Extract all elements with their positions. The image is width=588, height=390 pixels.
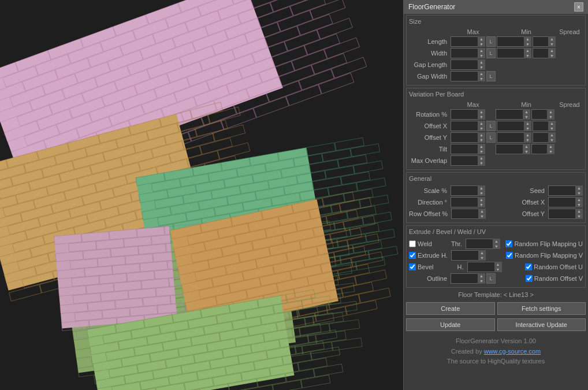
update-button[interactable]: Update	[406, 318, 495, 331]
tilt-min-spinner[interactable]: 0,0 ▲ ▼	[496, 144, 530, 154]
offsetx-min-spinner[interactable]: 0,0 ▲ ▼	[497, 121, 531, 131]
rowoffset-spinner[interactable]: 20,0 ▲ ▼	[451, 209, 486, 219]
outline-spinner[interactable]: 0,5 ▲ ▼	[451, 273, 485, 284]
offsetx-lock[interactable]: L	[486, 121, 496, 131]
offsetx-max-down[interactable]: ▼	[478, 126, 485, 131]
create-button[interactable]: Create	[406, 302, 495, 315]
seed-spinner[interactable]: 12345 ▲ ▼	[548, 185, 583, 196]
gap-width-down[interactable]: ▼	[478, 76, 485, 81]
random-flip-v-label[interactable]: Random Flip Mapping V	[506, 252, 583, 259]
offsety-spread-down[interactable]: ▼	[548, 138, 556, 143]
offsety-spread-up[interactable]: ▲	[548, 132, 556, 138]
width-min-up[interactable]: ▲	[524, 48, 531, 53]
offsetx-min-down[interactable]: ▼	[524, 126, 531, 131]
gap-width-up[interactable]: ▲	[478, 71, 485, 76]
rotation-max-spinner[interactable]: 0,0 ▲ ▼	[451, 109, 485, 120]
offsetx-max-up[interactable]: ▲	[478, 121, 485, 126]
max-overlap-down[interactable]: ▼	[478, 161, 485, 166]
bevel-spinner[interactable]: 0,5 ▲ ▼	[467, 262, 502, 272]
rowoffset-down[interactable]: ▼	[478, 214, 486, 219]
width-max-spinner[interactable]: 70,0 ▲ ▼	[451, 48, 485, 58]
offsetx-max-spinner[interactable]: 0,0 ▲ ▼	[451, 121, 485, 131]
offsety-spread-spinner[interactable]: 0,5 ▲ ▼	[533, 132, 556, 143]
bevel-checkbox[interactable]	[409, 263, 416, 270]
weld-down[interactable]: ▼	[493, 244, 500, 249]
width-min-down[interactable]: ▼	[524, 53, 531, 58]
gen-offsety-down[interactable]: ▼	[575, 214, 583, 219]
weld-checkbox[interactable]	[409, 240, 416, 247]
scale-up[interactable]: ▲	[478, 185, 485, 191]
extrude-checkbox[interactable]	[409, 252, 416, 259]
offsetx-min-up[interactable]: ▲	[524, 121, 531, 126]
length-spread-down[interactable]: ▼	[548, 42, 556, 47]
tilt-min-up[interactable]: ▲	[523, 144, 530, 149]
offsety-max-up[interactable]: ▲	[478, 132, 485, 138]
offsety-max-down[interactable]: ▼	[478, 138, 485, 143]
tilt-min-down[interactable]: ▼	[523, 149, 530, 154]
length-lock[interactable]: L	[486, 36, 496, 47]
gen-offsety-spinner[interactable]: 0,0 ▲ ▼	[548, 209, 583, 219]
gen-offsetx-up[interactable]: ▲	[575, 197, 583, 202]
tilt-spread-down[interactable]: ▼	[547, 149, 554, 154]
gen-offsety-up[interactable]: ▲	[575, 209, 583, 214]
seed-up[interactable]: ▲	[575, 185, 583, 191]
length-max-down[interactable]: ▼	[478, 42, 485, 47]
rotation-min-up[interactable]: ▲	[523, 109, 530, 114]
max-overlap-up[interactable]: ▲	[478, 155, 485, 161]
weld-checkbox-label[interactable]: Weld	[409, 240, 432, 247]
gap-length-up[interactable]: ▲	[478, 60, 485, 65]
extrude-down[interactable]: ▼	[478, 255, 486, 261]
outline-down[interactable]: ▼	[478, 278, 485, 284]
direction-spinner[interactable]: 0,0 ▲ ▼	[451, 197, 485, 207]
tilt-max-up[interactable]: ▲	[478, 144, 485, 149]
length-min-up[interactable]: ▲	[524, 36, 531, 42]
scale-spinner[interactable]: 30,0 ▲ ▼	[451, 185, 485, 196]
tilt-max-spinner[interactable]: 0,0 ▲ ▼	[451, 144, 485, 154]
width-spread-spinner[interactable]: 0,5 ▲ ▼	[533, 48, 556, 58]
random-flip-u-label[interactable]: Random Flip Mapping U	[505, 240, 583, 247]
width-max-up[interactable]: ▲	[478, 48, 485, 53]
bevel-up[interactable]: ▲	[494, 262, 502, 267]
fetch-button[interactable]: Fetch settings	[497, 302, 586, 315]
offsety-min-spinner[interactable]: 0,0 ▲ ▼	[497, 132, 531, 143]
rowoffset-up[interactable]: ▲	[478, 209, 486, 214]
offsetx-spread-down[interactable]: ▼	[548, 126, 556, 131]
extrude-spinner[interactable]: 1,0 ▲ ▼	[451, 250, 486, 261]
tilt-spread-up[interactable]: ▲	[547, 144, 554, 149]
length-min-spinner[interactable]: 1400,0 ▲ ▼	[497, 36, 531, 47]
random-offset-v-checkbox[interactable]	[526, 275, 533, 282]
rotation-spread-down[interactable]: ▼	[547, 114, 554, 120]
random-flip-v-checkbox[interactable]	[506, 252, 513, 259]
length-spread-up[interactable]: ▲	[548, 36, 556, 42]
offsety-max-spinner[interactable]: 0,0 ▲ ▼	[451, 132, 485, 143]
length-min-down[interactable]: ▼	[524, 42, 531, 47]
rotation-spread-up[interactable]: ▲	[547, 109, 554, 114]
gap-length-spinner[interactable]: 0,2 ▲ ▼	[451, 60, 485, 70]
outline-up[interactable]: ▲	[478, 273, 485, 278]
random-offset-u-label[interactable]: Random Offset U	[525, 263, 583, 270]
direction-up[interactable]: ▲	[478, 197, 485, 202]
extrude-up[interactable]: ▲	[478, 250, 486, 255]
offsety-min-down[interactable]: ▼	[524, 138, 531, 143]
random-flip-u-checkbox[interactable]	[505, 240, 512, 247]
bevel-down[interactable]: ▼	[494, 267, 502, 272]
rotation-spread-spinner[interactable]: 0,5 ▲ ▼	[531, 109, 554, 120]
bevel-checkbox-label[interactable]: Bevel	[409, 263, 434, 270]
length-max-spinner[interactable]: 1500,0 ▲ ▼	[451, 36, 485, 47]
width-spread-up[interactable]: ▲	[548, 48, 556, 53]
width-lock[interactable]: L	[486, 48, 496, 58]
random-offset-u-checkbox[interactable]	[525, 263, 532, 270]
weld-spinner[interactable]: 0,05 ▲ ▼	[466, 239, 500, 249]
width-spread-down[interactable]: ▼	[548, 53, 556, 58]
tilt-spread-spinner[interactable]: 0,5 ▲ ▼	[531, 144, 554, 154]
gap-length-down[interactable]: ▼	[478, 65, 485, 70]
outline-lock[interactable]: L	[486, 273, 496, 284]
random-offset-v-label[interactable]: Random Offset V	[526, 275, 583, 282]
close-button[interactable]: ×	[574, 2, 583, 12]
scale-down[interactable]: ▼	[478, 191, 485, 196]
offsety-lock[interactable]: L	[486, 132, 496, 143]
extrude-checkbox-label[interactable]: Extrude H.	[409, 252, 448, 259]
rotation-max-up[interactable]: ▲	[478, 109, 485, 114]
gap-width-spinner[interactable]: 0,2 ▲ ▼	[451, 71, 485, 81]
rotation-min-down[interactable]: ▼	[523, 114, 530, 120]
